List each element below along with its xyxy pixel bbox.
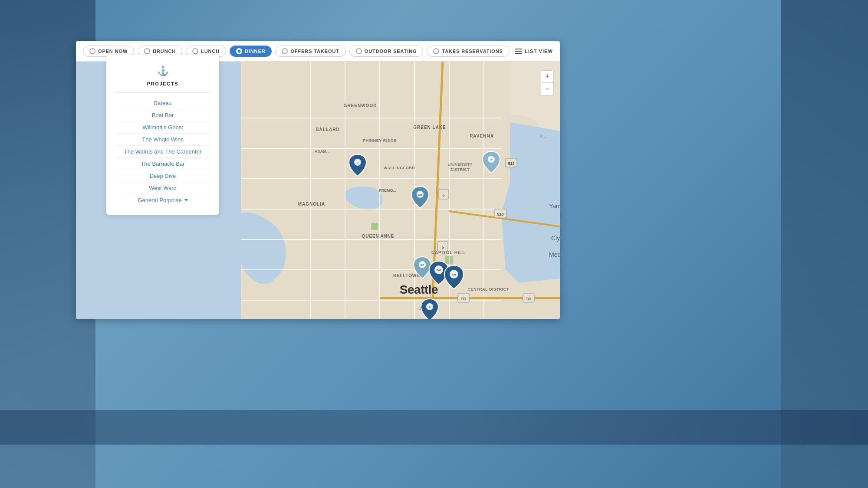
svg-text:B: B [357, 161, 359, 164]
panel-item-west-ward[interactable]: West Ward [115, 182, 210, 194]
svg-text:BALLARD: BALLARD [316, 127, 339, 132]
svg-text:BAT: BAT [437, 269, 441, 272]
svg-text:BAT: BAT [452, 273, 456, 276]
svg-text:90: 90 [526, 297, 531, 301]
hamburger-icon [515, 49, 522, 54]
bg-road [0, 410, 868, 445]
panel-item-whale-wins[interactable]: The Whale Wins [115, 134, 210, 146]
svg-text:5: 5 [442, 193, 444, 197]
svg-text:QUEEN ANNE: QUEEN ANNE [362, 234, 394, 239]
svg-text:CAPITOL HILL: CAPITOL HILL [431, 250, 465, 255]
svg-text:RAVENNA: RAVENNA [470, 134, 494, 138]
svg-text:k...: k... [540, 134, 546, 138]
radio-takes-reservations [433, 48, 439, 54]
filter-takes-reservations[interactable]: TAKES RESERVATIONS [427, 46, 509, 57]
panel-item-deep-dive[interactable]: Deep Dive [115, 170, 210, 182]
svg-text:WW: WW [418, 193, 422, 196]
filter-lunch-label: LUNCH [201, 49, 220, 54]
svg-text:513: 513 [508, 161, 514, 166]
svg-text:Medina: Medina [549, 251, 560, 258]
radio-brunch [144, 48, 150, 54]
filter-brunch-label: BRUNCH [153, 49, 176, 54]
radio-outdoor-seating [356, 48, 362, 54]
anchor-icon: ⚓ [115, 66, 210, 77]
filter-outdoor-seating-label: OUTDOOR SEATING [365, 49, 417, 54]
radio-dinner [236, 48, 242, 54]
radio-lunch [192, 48, 198, 54]
panel-item-walrus-carpenter[interactable]: The Walrus and The Carpenter [115, 146, 210, 158]
svg-text:FREMO...: FREMO... [379, 188, 396, 193]
radio-offers-takeout [282, 48, 288, 54]
svg-text:ADAM...: ADAM... [315, 149, 330, 154]
zoom-in-button[interactable]: + [541, 71, 553, 83]
svg-text:GP: GP [421, 264, 424, 266]
svg-text:520: 520 [497, 212, 503, 216]
svg-text:5: 5 [441, 245, 444, 249]
svg-text:WALLINGFORD: WALLINGFORD [384, 166, 415, 170]
park-1 [371, 223, 378, 230]
panel-title: PROJECTS [115, 81, 210, 86]
filter-outdoor-seating[interactable]: OUTDOOR SEATING [349, 46, 424, 57]
svg-text:BELLTOWN: BELLTOWN [393, 273, 420, 278]
panel-item-barnacle-bar[interactable]: The Barnacle Bar [115, 158, 210, 170]
svg-text:90: 90 [461, 297, 466, 301]
svg-text:GREEN LAKE: GREEN LAKE [413, 125, 446, 130]
svg-text:W: W [490, 158, 493, 161]
svg-text:MAGNOLIA: MAGNOLIA [298, 202, 325, 206]
label-greenwood: GREENWOOD [344, 103, 377, 108]
svg-text:UNIVERSITY: UNIVERSITY [447, 162, 472, 167]
chevron-down-icon [184, 199, 188, 201]
filter-dinner-label: DINNER [245, 49, 265, 54]
park-2 [445, 256, 453, 264]
svg-text:Clyde H...: Clyde H... [551, 235, 560, 242]
svg-text:Yarrow P...: Yarrow P... [549, 203, 560, 210]
svg-text:DISTRICT: DISTRICT [450, 167, 470, 172]
panel-item-willmotts-ghost[interactable]: Willmott's Ghost [115, 121, 210, 134]
svg-text:CENTRAL DISTRICT: CENTRAL DISTRICT [468, 287, 509, 291]
list-view-label: LIST VIEW [525, 49, 553, 54]
panel-item-general-porpoise[interactable]: General Porpoise [115, 194, 210, 206]
svg-text:B: B [429, 306, 431, 308]
filter-dinner[interactable]: DINNER [230, 46, 272, 57]
zoom-out-button[interactable]: − [541, 83, 553, 95]
zoom-controls: + − [541, 70, 554, 95]
svg-text:PHINNEY RIDGE: PHINNEY RIDGE [363, 138, 396, 143]
svg-text:Seattle: Seattle [400, 283, 438, 296]
panel-item-general-porpoise-label: General Porpoise [138, 197, 181, 203]
radio-open-now [89, 48, 95, 54]
list-view-button[interactable]: LIST VIEW [515, 49, 553, 54]
filter-offers-takeout-label: OFFERS TAKEOUT [290, 49, 339, 54]
projects-panel: ⚓ PROJECTS Bateau Boat Bar Willmott's Gh… [106, 55, 219, 215]
panel-item-bateau[interactable]: Bateau [115, 97, 210, 109]
filter-offers-takeout[interactable]: OFFERS TAKEOUT [275, 46, 345, 57]
panel-divider [115, 92, 210, 93]
panel-item-boat-bar[interactable]: Boat Bar [115, 109, 210, 121]
filter-open-now-label: OPEN NOW [98, 49, 128, 54]
filter-takes-reservations-label: TAKES RESERVATIONS [442, 49, 503, 54]
